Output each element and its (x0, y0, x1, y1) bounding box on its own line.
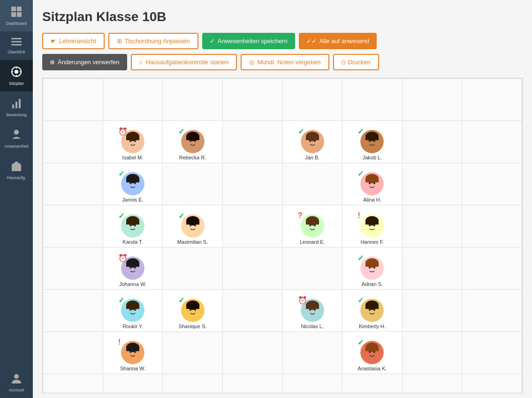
btn-alle-anwesend[interactable]: ✓✓ Alle auf anwesend (299, 33, 377, 49)
svg-point-142 (369, 351, 371, 353)
table-cell[interactable]: ✓ Adrian S. (342, 248, 403, 290)
svg-point-123 (304, 309, 307, 312)
sidebar-item-account[interactable]: Account (0, 367, 33, 398)
svg-point-61 (378, 182, 380, 186)
btn-noeten[interactable]: ◎ Mündl. Noten vergeben (241, 54, 329, 70)
btn-tischordnung[interactable]: ⊞ Tischordnung Anpassen (108, 33, 198, 49)
sidebar-item-ueberblick[interactable]: Überblick (0, 31, 33, 60)
svg-point-52 (134, 182, 136, 184)
svg-point-116 (185, 309, 187, 312)
seat-cell[interactable]: ⏰ Isabel M. (105, 123, 161, 161)
seat-cell[interactable]: ✓ Roukir Y. (105, 292, 161, 330)
seat-name: Shanique S. (179, 323, 207, 330)
sidebar-item-hausaufg[interactable]: Hausaufg. (0, 154, 33, 186)
table-cell[interactable]: ⏰ Johanna W. (103, 248, 163, 290)
table-cell[interactable]: ✓ Rebecka R. (163, 121, 223, 163)
drucken-icon: ⎙ (342, 59, 345, 66)
table-cell[interactable]: ⏰ Nicolas L. (282, 290, 342, 332)
table-cell[interactable]: ✓ Kimberly H. (342, 290, 403, 332)
svg-point-67 (125, 225, 127, 228)
svg-point-110 (138, 309, 140, 312)
btn-anwesenheiten[interactable]: ✓ Anwesenheiten speichern (202, 33, 295, 49)
seat-cell[interactable]: ✓ Anastasia K. (344, 334, 400, 372)
btn-hausaufgaben[interactable]: ⌂ Hausaufgabenkontrolle starten (131, 54, 237, 70)
btn-lehreransicht[interactable]: ☛ Lehreransicht (42, 33, 105, 49)
svg-point-59 (373, 182, 375, 184)
table-cell (163, 248, 223, 290)
tischordnung-label: Tischordnung Anpassen (125, 38, 190, 45)
anwesenheiten-label: Anwesenheiten speichern (218, 38, 288, 45)
svg-point-74 (185, 225, 187, 228)
svg-point-46 (365, 140, 367, 143)
seat-cell[interactable]: ✓ Jakob L. (344, 123, 400, 161)
svg-point-40 (318, 140, 320, 143)
table-cell[interactable]: ✓ Jannis E. (103, 163, 163, 205)
svg-point-95 (125, 267, 127, 270)
hausaufg-icon (10, 160, 23, 173)
seat-cell[interactable]: ! Sharina W. (105, 334, 161, 372)
seat-cell[interactable]: ✓ Alina H. (344, 165, 400, 203)
svg-rect-85 (365, 221, 379, 225)
table-cell (103, 374, 163, 394)
seat-name: Rebecka R. (179, 155, 206, 161)
table-cell[interactable]: ✓ Shanique S. (163, 290, 223, 332)
table-cell[interactable]: ✓ Alina H. (342, 163, 403, 205)
table-cell (222, 332, 282, 374)
svg-point-100 (369, 267, 371, 269)
seat-cell[interactable]: ⏰ Nicolas L. (285, 292, 341, 330)
sidebar-item-sitzplan[interactable]: Sitzplan (0, 60, 33, 91)
seat-cell[interactable]: ✓ Rebecka R. (165, 123, 220, 161)
svg-point-144 (365, 351, 367, 354)
table-cell (462, 163, 522, 205)
sidebar-label-ueberblick: Überblick (8, 50, 25, 54)
seat-name: Hannes F. (361, 239, 384, 245)
seat-name: Jan B. (305, 155, 319, 161)
seat-cell[interactable]: ! Hannes F. (344, 207, 400, 245)
table-cell[interactable]: ✓ Roukir Y. (103, 290, 163, 332)
svg-point-129 (373, 309, 375, 311)
svg-point-103 (378, 267, 380, 270)
table-cell[interactable]: ✓ Maximilian S. (163, 205, 223, 248)
table-cell (462, 374, 522, 394)
seat-cell[interactable]: ✓ Karola T. (105, 207, 161, 245)
svg-point-38 (314, 140, 316, 142)
table-cell (462, 248, 522, 290)
sidebar-item-bewertung[interactable]: Bewertung (0, 91, 33, 123)
btn-aenderungen[interactable]: ⊗ Änderungen verwerfen (42, 54, 127, 70)
table-cell[interactable]: ✓ Jan B. (282, 121, 342, 163)
table-cell[interactable]: ✓ Karola T. (103, 205, 163, 248)
table-cell (43, 205, 103, 248)
sidebar-item-dashboard[interactable]: Dashboard (0, 0, 33, 31)
seat-cell[interactable]: ✓ Adrian S. (344, 249, 400, 287)
seat-cell[interactable]: ⏰ Johanna W. (105, 249, 161, 287)
btn-drucken[interactable]: ⎙ Drucken (333, 54, 379, 70)
seat-cell[interactable]: ✓ Jan B. (285, 123, 341, 161)
table-cell (342, 374, 403, 394)
table-cell[interactable]: ✓ Anastasia K. (342, 332, 403, 374)
table-cell (163, 79, 223, 121)
seat-cell[interactable]: ✓ Shanique S. (165, 292, 220, 330)
sidebar-item-anwesenheit[interactable]: Anwesenheit (0, 123, 33, 154)
seat-cell[interactable]: ✓ Jannis E. (105, 165, 161, 203)
svg-rect-113 (186, 305, 199, 309)
table-cell[interactable]: ✓ Jakob L. (342, 121, 403, 163)
svg-point-8 (15, 70, 18, 74)
table-cell[interactable]: ! Sharina W. (103, 332, 163, 374)
seat-cell[interactable]: ✓ Maximilian S. (165, 207, 220, 245)
table-cell[interactable]: ? Leonard E. (282, 205, 342, 248)
table-cell[interactable]: ⏰ Isabel M. (103, 121, 163, 163)
svg-rect-2 (11, 12, 16, 17)
anwesenheiten-icon: ✓ (210, 38, 215, 45)
svg-rect-106 (126, 305, 139, 309)
table-cell[interactable]: ! Hannes F. (342, 205, 403, 248)
drucken-label: Drucken (348, 59, 371, 66)
seat-cell[interactable]: ✓ Kimberly H. (344, 292, 400, 330)
seat-cell[interactable]: ? Leonard E. (285, 207, 341, 245)
seat-name: Jakob L. (363, 155, 382, 161)
anwesenheit-icon (10, 128, 23, 142)
svg-point-68 (138, 225, 140, 228)
seat-name: Johanna W. (119, 281, 146, 287)
svg-point-124 (318, 309, 320, 312)
svg-rect-99 (365, 263, 379, 267)
sidebar-label-account: Account (9, 388, 24, 392)
